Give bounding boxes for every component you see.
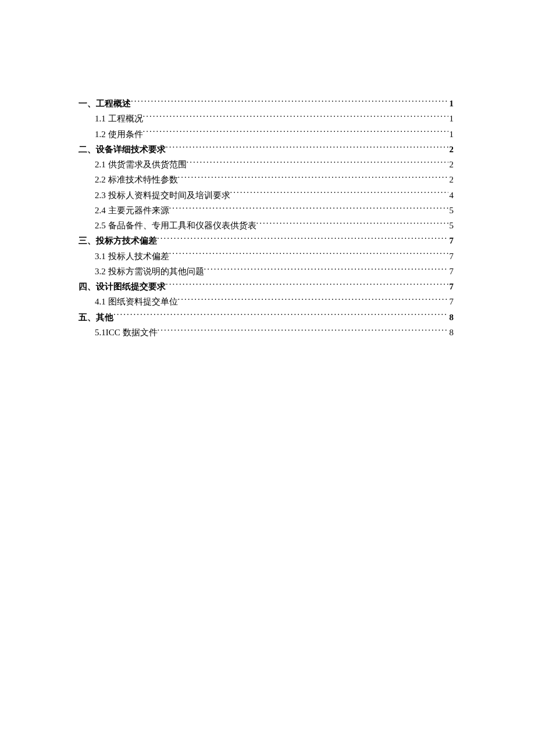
toc-page-number: 1 (448, 96, 454, 111)
toc-label: 一、工程概述 (79, 96, 131, 111)
toc-page-number: 7 (448, 279, 454, 294)
toc-leader-dots (169, 249, 448, 259)
toc-label: 5.1ICC 数据文件 (95, 325, 158, 340)
toc-leader-dots (187, 157, 448, 167)
toc-leader-dots (143, 111, 448, 121)
toc-page-number: 1 (448, 127, 454, 142)
toc-leader-dots (158, 325, 448, 335)
toc-label: 2.3 投标人资料提交时间及培训要求 (95, 188, 230, 203)
toc-entry[interactable]: 3.2 投标方需说明的其他问题7 (79, 264, 454, 279)
toc-label: 2.5 备品备件、专用工具和仪器仪表供货表 (95, 218, 256, 233)
toc-entry[interactable]: 一、工程概述1 (79, 96, 454, 111)
toc-page-number: 2 (448, 172, 454, 187)
toc-entry[interactable]: 2.3 投标人资料提交时间及培训要求4 (79, 188, 454, 203)
toc-leader-dots (131, 96, 448, 106)
toc-leader-dots (230, 188, 448, 198)
toc-label: 二、设备详细技术要求 (79, 142, 166, 157)
toc-entry[interactable]: 五、其他8 (79, 310, 454, 325)
toc-label: 2.2 标准技术特性参数 (95, 172, 178, 187)
toc-entry[interactable]: 2.2 标准技术特性参数2 (79, 172, 454, 187)
toc-label: 2.4 主要元器件来源 (95, 203, 169, 218)
toc-entry[interactable]: 二、设备详细技术要求2 (79, 142, 454, 157)
toc-label: 2.1 供货需求及供货范围 (95, 157, 187, 172)
toc-label: 三、投标方技术偏差 (79, 233, 157, 248)
toc-leader-dots (256, 218, 448, 228)
toc-page-number: 5 (448, 203, 454, 218)
toc-page-number: 5 (448, 218, 454, 233)
toc-leader-dots (178, 172, 448, 182)
toc-leader-dots (157, 233, 448, 243)
toc-leader-dots (113, 310, 448, 320)
toc-entry[interactable]: 4.1 图纸资料提交单位7 (79, 294, 454, 309)
toc-page-number: 2 (448, 142, 454, 157)
toc-entry[interactable]: 1.1 工程概况1 (79, 111, 454, 126)
toc-label: 1.1 工程概况 (95, 111, 143, 126)
toc-page-number: 7 (448, 233, 454, 248)
toc-page-number: 8 (448, 310, 454, 325)
toc-entry[interactable]: 3.1 投标人技术偏差7 (79, 249, 454, 264)
toc-leader-dots (169, 203, 448, 213)
toc-leader-dots (143, 127, 448, 137)
table-of-contents: 一、工程概述11.1 工程概况11.2 使用条件1二、设备详细技术要求22.1 … (79, 96, 454, 340)
toc-leader-dots (204, 264, 448, 274)
toc-label: 3.2 投标方需说明的其他问题 (95, 264, 204, 279)
toc-page-number: 7 (448, 264, 454, 279)
toc-page-number: 4 (448, 188, 454, 203)
toc-label: 4.1 图纸资料提交单位 (95, 294, 178, 309)
toc-entry[interactable]: 2.4 主要元器件来源5 (79, 203, 454, 218)
toc-entry[interactable]: 2.1 供货需求及供货范围2 (79, 157, 454, 172)
toc-entry[interactable]: 四、设计图纸提交要求7 (79, 279, 454, 294)
toc-entry[interactable]: 三、投标方技术偏差7 (79, 233, 454, 248)
toc-leader-dots (178, 294, 448, 304)
toc-entry[interactable]: 5.1ICC 数据文件8 (79, 325, 454, 340)
toc-entry[interactable]: 2.5 备品备件、专用工具和仪器仪表供货表5 (79, 218, 454, 233)
toc-leader-dots (166, 279, 448, 289)
toc-leader-dots (166, 142, 448, 152)
toc-page-number: 1 (448, 111, 454, 126)
toc-page-number: 7 (448, 249, 454, 264)
toc-label: 1.2 使用条件 (95, 127, 143, 142)
toc-page-number: 8 (448, 325, 454, 340)
toc-label: 四、设计图纸提交要求 (79, 279, 166, 294)
toc-label: 3.1 投标人技术偏差 (95, 249, 169, 264)
toc-label: 五、其他 (79, 310, 113, 325)
toc-page-number: 7 (448, 294, 454, 309)
toc-page-number: 2 (448, 157, 454, 172)
toc-entry[interactable]: 1.2 使用条件1 (79, 127, 454, 142)
